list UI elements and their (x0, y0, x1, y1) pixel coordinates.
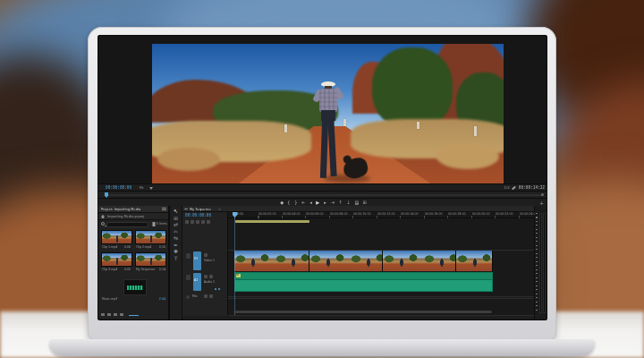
ruler-tick: 00:00:20:00 (472, 213, 490, 216)
timeline-playhead-timecode[interactable]: 00:00:00:00 (185, 214, 211, 217)
panel-overflow-chevron-icon[interactable] (184, 208, 188, 210)
razor-tool[interactable]: ✂ (170, 229, 182, 234)
fence-post (474, 126, 477, 136)
playback-resolution-dropdown[interactable]: 1/2 (504, 186, 510, 190)
timeline-horizontal-scrollbar[interactable] (233, 311, 492, 313)
timeline-clip-2[interactable] (309, 251, 383, 271)
icon-view-icon[interactable] (107, 313, 111, 316)
new-bin-icon[interactable] (120, 313, 123, 316)
comparison-view-button[interactable]: ⊞ (363, 200, 367, 204)
extract-button[interactable]: ⇣ (346, 200, 350, 204)
bin-breadcrumb[interactable]: Importing Media.prproj (98, 213, 168, 220)
track-select-tool[interactable]: ⊞ (170, 216, 182, 221)
pen-tool[interactable]: ✒ (170, 243, 182, 248)
tab-my-sequence[interactable]: My Sequence (190, 208, 211, 211)
current-timecode[interactable]: 00:00:00:00 (106, 186, 131, 190)
linked-selection-icon[interactable] (196, 220, 199, 224)
tab-close-icon[interactable]: × (218, 208, 221, 211)
item-label: Clip 3.mp4 (102, 268, 117, 271)
lift-button[interactable]: ⇡ (338, 200, 342, 204)
project-item-music[interactable] (123, 279, 147, 295)
source-patch-a1[interactable] (186, 275, 191, 280)
mark-out-button[interactable]: } (294, 200, 297, 204)
sort-icon[interactable] (114, 313, 117, 316)
keyframe-prev-icon[interactable] (215, 288, 216, 290)
zoom-level-dropdown[interactable]: Fit (140, 186, 144, 190)
add-marker-button[interactable]: ◆ (280, 200, 284, 204)
snap-magnet-icon[interactable] (191, 220, 194, 224)
fence-post (417, 122, 419, 129)
timeline-settings-wrench-icon[interactable] (207, 220, 210, 224)
timeline-clip-3[interactable] (383, 251, 456, 271)
items-count: 5 Items (157, 223, 167, 226)
track-target-a1[interactable]: A1 (193, 273, 201, 291)
project-panel-title: Project: Importing Media (101, 208, 140, 211)
track-id-v1: V1 (194, 258, 198, 260)
leg (327, 119, 336, 176)
meter-scale-ticks (536, 213, 538, 313)
duration-timecode: 00:00:14:22 (519, 186, 545, 190)
selection-tool[interactable]: ↖ (170, 209, 182, 214)
item-label: Clip 1.mp4 (102, 246, 117, 249)
transport-controls: ◆ { } ⇤ ◂ ▶ ▸ ⇥ ⇡ ⇣ ▤ ⊞ + (98, 198, 547, 206)
person-hiker (316, 81, 341, 182)
step-forward-button[interactable]: ▸ (324, 200, 326, 204)
track-target-v1[interactable]: V1 (193, 251, 201, 270)
item-label: My Sequence (136, 268, 155, 271)
scene: 00:00:00:00 Fit 1/2 00:00:14:22 ◆ { } ⇤ … (0, 0, 644, 358)
mix-solo-icon[interactable] (209, 294, 213, 298)
insert-overwrite-icon[interactable] (185, 220, 189, 224)
ruler-tick-marks (228, 216, 534, 218)
thumbnail-zoom-slider[interactable] (129, 315, 139, 317)
go-to-out-button[interactable]: ⇥ (330, 200, 334, 204)
go-to-in-button[interactable]: ⇤ (301, 200, 305, 204)
search-input[interactable] (106, 222, 148, 227)
mark-in-button[interactable]: { (288, 200, 291, 204)
add-marker-icon[interactable] (201, 220, 205, 224)
home-icon[interactable] (101, 215, 105, 218)
panel-menu-icon[interactable] (162, 208, 166, 209)
settings-wrench-icon[interactable] (512, 186, 516, 191)
timeline-clip-1[interactable] (234, 251, 309, 271)
project-item-clip2[interactable] (135, 230, 166, 244)
export-frame-button[interactable]: ▤ (354, 200, 359, 204)
ruler-tick: 00:00:04:00 (283, 213, 301, 216)
chevron-down-icon (149, 187, 153, 190)
ripple-edit-tool[interactable]: ⇄ (170, 222, 182, 227)
keyframe-next-icon[interactable] (218, 288, 220, 290)
a1-audio-clip[interactable]: fx (234, 272, 493, 292)
plaid-shirt (319, 89, 337, 112)
item-label: Music.mp3 (102, 298, 117, 301)
type-tool[interactable]: T (170, 256, 182, 261)
work-area-bar[interactable] (235, 220, 309, 223)
item-duration: 0:05 (124, 268, 131, 271)
project-item-clip1[interactable] (101, 230, 132, 244)
project-panel-header[interactable]: Project: Importing Media (98, 206, 168, 213)
toggle-track-output-eye-icon[interactable] (204, 253, 208, 257)
timeline-clip-4[interactable] (456, 251, 493, 271)
ruler-tick: 00:00:12:00 (377, 213, 395, 216)
project-item-clip3[interactable] (101, 252, 132, 267)
slip-tool[interactable]: ⇆ (170, 235, 182, 241)
play-button[interactable]: ▶ (316, 200, 319, 204)
track-label-video1: Video 1 (204, 260, 215, 262)
video-preview[interactable] (152, 44, 504, 185)
solo-track-icon[interactable] (209, 275, 213, 278)
timeline-ruler[interactable]: 00:00 00:00:02:00 00:00:04:00 00:00:06:0… (228, 212, 534, 218)
source-patch-v1[interactable] (186, 253, 191, 259)
mix-mute-icon[interactable] (204, 294, 208, 298)
fence-post (284, 124, 287, 132)
button-editor-plus[interactable]: + (539, 200, 544, 206)
step-back-button[interactable]: ◂ (309, 200, 312, 204)
track-label-mix: Mix (192, 295, 198, 298)
monitor-scrubber[interactable] (98, 191, 547, 198)
mute-track-icon[interactable] (204, 275, 208, 278)
track-id-a1: A1 (194, 279, 198, 282)
scrubber-track[interactable] (104, 194, 543, 196)
project-item-sequence[interactable] (135, 252, 166, 267)
item-duration: 0:14 (159, 268, 165, 271)
list-view-icon[interactable] (101, 313, 105, 316)
timeline-panel: My Sequence × 00:00:00:00 V1 (182, 206, 534, 320)
timeline-content[interactable]: 00:00 00:00:02:00 00:00:04:00 00:00:06:0… (227, 212, 534, 316)
hand-tool[interactable]: ✱ (170, 249, 182, 254)
